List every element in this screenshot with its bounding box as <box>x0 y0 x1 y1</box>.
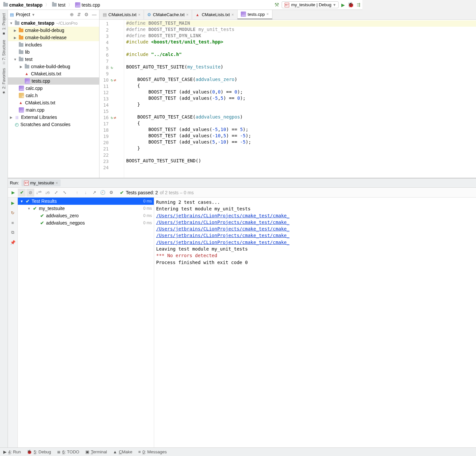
console-line[interactable]: /Users/jetbrains/CLionProjects/cmake_tes… <box>156 212 362 219</box>
run-config-selector[interactable]: BT my_testsuite | Debug ▾ <box>282 1 339 8</box>
code-line[interactable]: { <box>126 83 362 89</box>
build-icon[interactable]: ⚒ <box>274 2 279 8</box>
run-button[interactable]: ▶ <box>341 2 345 8</box>
gear-icon[interactable]: ⚙ <box>84 11 89 18</box>
console-line[interactable]: /Users/jetbrains/CLionProjects/cmake_tes… <box>156 232 362 239</box>
rerun-icon[interactable]: ▶ <box>9 199 17 207</box>
code-line[interactable]: BOOST_AUTO_TEST_CASE(addvalues_zero) <box>126 77 362 83</box>
code-line[interactable] <box>126 108 362 114</box>
console-line[interactable]: /Users/jetbrains/CLionProjects/cmake_tes… <box>156 219 362 226</box>
tree-item[interactable]: ▼test <box>8 56 99 63</box>
test-tree-item[interactable]: ▼✔Test Results0 ms <box>18 198 154 205</box>
editor[interactable]: 12345678↻910↻⇄111213141516↻⇄171819202122… <box>99 20 362 178</box>
code-line[interactable]: #define BOOST_TEST_MAIN <box>126 20 362 27</box>
chevron-down-icon[interactable]: ▾ <box>32 12 35 17</box>
code-line[interactable]: BOOST_TEST (add_values(0,0) == 0); <box>126 89 362 95</box>
tree-item[interactable]: CMakeLists.txt <box>8 99 99 106</box>
test-tree-item[interactable]: ▼✔my_testsuite0 ms <box>18 205 154 212</box>
tool-window-button[interactable]: ■ 1: Project <box>2 13 6 36</box>
code-line[interactable]: BOOST_TEST (add_values(-5,5) == 0); <box>126 95 362 102</box>
tree-item[interactable]: lib <box>8 48 99 56</box>
layout-icon[interactable]: ⧉ <box>9 228 17 236</box>
test-tree[interactable]: ▼✔Test Results0 ms▼✔my_testsuite0 ms✔add… <box>18 198 154 347</box>
debug-button[interactable]: 🐞 <box>348 2 354 8</box>
code-line[interactable]: BOOST_AUTO_TEST_CASE(addvalues_negpos) <box>126 114 362 121</box>
code-line[interactable]: { <box>126 121 362 127</box>
console[interactable]: Running 2 test cases...Entering test mod… <box>154 198 362 347</box>
code-line[interactable] <box>126 164 362 171</box>
breadcrumb-item[interactable]: c++ tests.cpp <box>74 2 101 8</box>
test-tree-item[interactable]: ✔addvalues_negpos0 ms <box>18 219 154 227</box>
code-line[interactable]: #include <boost/test/unit_test.hpp> <box>126 39 362 45</box>
tree-item[interactable]: ◴ Scratches and Consoles <box>8 121 99 128</box>
tool-window-button[interactable]: ∷ 7: Structure <box>2 40 6 64</box>
tree-item[interactable]: c++calc.cpp <box>8 85 99 92</box>
history-button[interactable]: 🕘 <box>99 189 107 197</box>
code[interactable]: #define BOOST_TEST_MAIN#define BOOST_TES… <box>124 20 362 178</box>
code-line[interactable]: #define BOOST_TEST_MODULE my_unit_tests <box>126 27 362 33</box>
code-line[interactable]: #include "../calc.h" <box>126 52 362 58</box>
run-gutter-icon[interactable]: ↻ <box>111 65 113 70</box>
breadcrumb-item[interactable]: test <box>51 2 67 8</box>
editor-tab[interactable]: ▤CMakeLists.txt× <box>99 10 144 19</box>
toggle-passed-button[interactable]: ✔ <box>18 189 26 197</box>
code-line[interactable]: } <box>126 102 362 108</box>
gutter[interactable]: 12345678↻910↻⇄111213141516↻⇄171819202122… <box>99 20 124 178</box>
rerun-failed-icon[interactable]: ↻ <box>9 209 17 217</box>
down-button[interactable]: ↓ <box>82 189 90 197</box>
test-tree-item[interactable]: ✔addvalues_zero0 ms <box>18 212 154 219</box>
code-line[interactable]: BOOST_TEST (add_values(-5,10) == 5); <box>126 127 362 133</box>
rerun-gutter-icon[interactable]: ⇄ <box>114 78 116 82</box>
rerun-button[interactable]: ▶ <box>9 189 17 197</box>
editor-tab[interactable]: ⚙CMakeCache.txt× <box>144 10 192 19</box>
project-tree[interactable]: ▼ cmake_testapp ~/CLionPro ▶cmake-build-… <box>8 19 99 178</box>
editor-tab[interactable]: CMakeLists.txt× <box>192 10 237 19</box>
tree-item[interactable]: c++main.cpp <box>8 106 99 114</box>
run-gutter-icon[interactable]: ↻ <box>111 115 113 120</box>
tool-window-button[interactable]: ★ 2: Favorites <box>2 68 6 95</box>
code-line[interactable] <box>126 70 362 77</box>
breadcrumb-item[interactable]: cmake_testapp <box>2 2 44 8</box>
rerun-gutter-icon[interactable]: ⇄ <box>114 115 116 120</box>
hide-icon[interactable]: — <box>91 11 97 18</box>
close-icon[interactable]: × <box>232 13 234 17</box>
tree-item[interactable]: Hcalc.h <box>8 92 99 99</box>
code-line[interactable] <box>126 45 362 52</box>
code-line[interactable]: BOOST_AUTO_TEST_SUITE_END() <box>126 158 362 164</box>
code-line[interactable] <box>126 152 362 158</box>
code-line[interactable]: BOOST_TEST (add_values(-10,5) == -5); <box>126 133 362 139</box>
code-line[interactable]: BOOST_AUTO_TEST_SUITE(my_testsuite) <box>126 64 362 70</box>
tree-item[interactable]: ▶cmake-build-debug <box>8 27 99 34</box>
gear-icon[interactable]: ⚙ <box>107 189 115 197</box>
collapse-all-icon[interactable]: ⇵ <box>76 11 82 18</box>
run-gutter-icon[interactable]: ↻ <box>111 78 113 82</box>
sort-duration-button[interactable]: ↓⎋ <box>43 189 51 197</box>
locate-icon[interactable]: ⊕ <box>69 11 74 18</box>
console-line[interactable]: /Users/jetbrains/CLionProjects/cmake_tes… <box>156 239 362 246</box>
close-icon[interactable]: × <box>186 13 188 17</box>
tree-item[interactable]: c++tests.cpp <box>8 77 99 85</box>
tree-item[interactable]: includes <box>8 41 99 48</box>
tree-item[interactable]: ▶cmake-build-debug <box>8 63 99 70</box>
code-line[interactable]: BOOST_TEST (add_values(5,-10) == -5); <box>126 139 362 146</box>
tree-item[interactable]: ▶⫼ External Libraries <box>8 114 99 121</box>
stop-icon[interactable]: ■ <box>9 219 17 227</box>
up-button[interactable]: ↑ <box>73 189 81 197</box>
pin-icon[interactable]: 📌 <box>9 238 17 246</box>
console-line[interactable]: /Users/jetbrains/CLionProjects/cmake_tes… <box>156 226 362 232</box>
close-icon[interactable]: × <box>138 13 140 17</box>
close-icon[interactable]: × <box>55 180 58 185</box>
editor-tab[interactable]: c++tests.cpp× <box>238 10 272 19</box>
collapse-all-button[interactable]: ⤡ <box>61 189 69 197</box>
toggle-ignored-button[interactable]: ⊘ <box>26 189 34 197</box>
tree-item[interactable]: ▶cmake-build-release <box>8 34 99 41</box>
code-line[interactable]: #define BOOST_TEST_DYN_LINK <box>126 33 362 39</box>
tree-item[interactable]: CMakeLists.txt <box>8 70 99 77</box>
sort-button[interactable]: ↓ᵃᵇ <box>35 189 43 197</box>
tree-root[interactable]: ▼ cmake_testapp ~/CLionPro <box>8 19 99 27</box>
export-button[interactable]: ↗ <box>90 189 98 197</box>
expand-all-button[interactable]: ⤢ <box>52 189 60 197</box>
code-line[interactable]: } <box>126 146 362 152</box>
code-line[interactable] <box>126 58 362 64</box>
run-tab[interactable]: BT my_testsuite × <box>21 179 61 186</box>
